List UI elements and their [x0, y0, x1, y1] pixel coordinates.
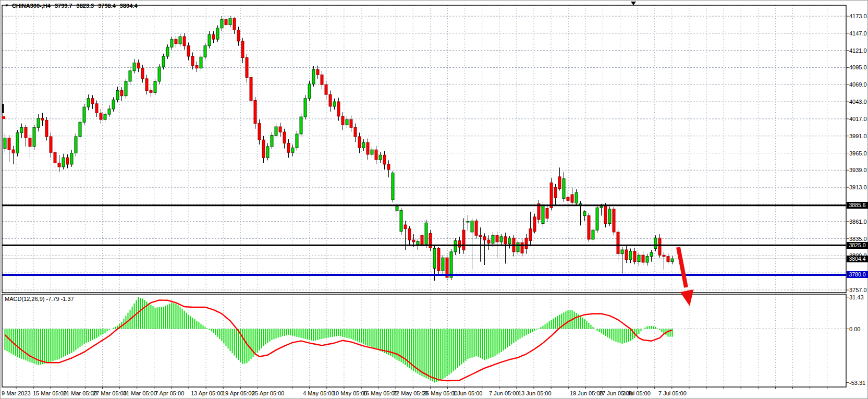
macd-tick-label: -53.31 — [849, 380, 868, 386]
time-axis-label: 7 Jul 05:00 — [658, 390, 687, 397]
quote-high: 3823.3 — [77, 3, 94, 9]
time-axis-label: 3 Jul 05:00 — [622, 390, 651, 397]
time-axis-label: 27 Mar 05:00 — [93, 390, 127, 397]
sell-signal-arrow[interactable] — [678, 247, 693, 306]
price-tick-label: 4095.0 — [849, 64, 868, 71]
time-axis-label: 25 Apr 05:00 — [252, 390, 284, 397]
quote-open: 3799.7 — [55, 3, 72, 9]
price-tick-label: 4121.0 — [849, 47, 868, 54]
price-tick-label: 3835.0 — [849, 236, 868, 243]
price-tick-label: 3757.0 — [849, 287, 868, 294]
left-edge-mark — [2, 104, 4, 113]
horizontal-gridlines — [2, 16, 846, 329]
time-axis-label: 10 May 05:00 — [333, 390, 368, 397]
time-axis-label: 31 Mar 05:00 — [123, 390, 157, 397]
macd-main-value: -7.79 — [46, 296, 59, 302]
time-axis-label: 19 Jun 05:00 — [570, 390, 603, 397]
price-tick-label: 3965.0 — [849, 150, 868, 157]
macd-signal-value: -1.37 — [61, 296, 74, 302]
time-axis-label: 4 May 05:00 — [303, 390, 335, 397]
candlesticks — [4, 16, 674, 282]
time-axis-label: 16 May 05:00 — [363, 390, 398, 397]
price-badge: 3825.0 — [847, 242, 868, 249]
price-tick-label: 3861.0 — [849, 219, 868, 225]
macd-histogram — [5, 297, 673, 383]
symbol-dropdown-icon[interactable]: ▼ — [5, 3, 9, 8]
time-axis-label: 13 Jun 05:00 — [518, 390, 552, 397]
macd-tick-label: 0.00 — [849, 326, 868, 333]
panel-borders — [2, 5, 849, 387]
price-tick-label: 3939.0 — [849, 167, 868, 174]
quote-close: 3804.4 — [120, 3, 138, 9]
chart-window: { "header": { "dropdown_icon": "▼", "sym… — [0, 0, 868, 399]
price-tick-label: 3991.0 — [849, 133, 868, 140]
support-price-badge: 3780.0 — [847, 271, 868, 278]
price-chart-canvas[interactable] — [1, 1, 868, 399]
symbol-period-label: CHINA300-,H4 — [12, 3, 51, 9]
price-badge: 3885.6 — [847, 202, 868, 209]
left-edge-red-mark — [2, 116, 5, 119]
chart-markers — [2, 2, 636, 119]
macd-tick-label: 31.43 — [849, 294, 868, 301]
time-axis-label: 7 Jun 05:00 — [489, 390, 519, 397]
price-badge: 3804.4 — [847, 256, 868, 262]
time-axis-label: 15 Mar 05:00 — [33, 390, 67, 397]
time-axis-label: 21 Mar 05:00 — [63, 390, 97, 397]
quote-low: 3798.4 — [98, 3, 116, 9]
macd-name: MACD(12,26,9) — [5, 296, 44, 302]
price-tick-label: 4173.0 — [849, 13, 868, 20]
time-axis-label: 1 Jun 05:00 — [453, 390, 483, 397]
time-axis-label: 9 Mar 2023 — [2, 390, 31, 397]
time-axis-label: 13 Apr 05:00 — [191, 390, 223, 397]
price-tick-label: 4069.0 — [849, 81, 868, 88]
time-axis-label: 19 Apr 05:00 — [222, 390, 254, 397]
horizontal-level-lines — [2, 205, 846, 275]
symbol-header: ▼ CHINA300-,H4 3799.7 3823.3 3798.4 3804… — [5, 3, 138, 9]
price-tick-label: 3913.0 — [849, 184, 868, 191]
macd-indicator-label: MACD(12,26,9) -7.79 -1.37 — [5, 296, 74, 302]
bar-shift-marker — [631, 2, 636, 5]
price-tick-label: 4043.0 — [849, 99, 868, 105]
price-tick-label: 4147.0 — [849, 30, 868, 37]
price-tick-label: 4017.0 — [849, 116, 868, 123]
time-axis-label: 7 Apr 05:00 — [155, 390, 184, 397]
